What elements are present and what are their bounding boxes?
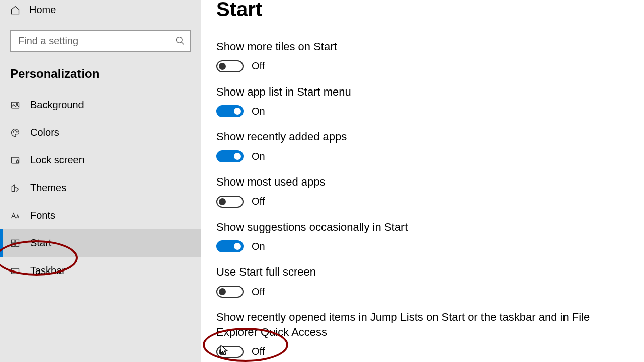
setting-suggestions: Show suggestions occasionally in Start O…: [216, 220, 644, 253]
setting-label: Show recently added apps: [216, 129, 619, 144]
toggle-more-tiles[interactable]: [216, 60, 244, 72]
nav-label: Taskbar: [30, 265, 65, 277]
nav-label: Colors: [30, 127, 59, 138]
fonts-icon: [10, 211, 20, 221]
setting-label: Show more tiles on Start: [216, 39, 619, 54]
toggle-state: Off: [252, 60, 265, 72]
content-panel: Start Show more tiles on Start Off Show …: [201, 0, 644, 362]
setting-label: Use Start full screen: [216, 264, 619, 280]
svg-point-5: [15, 130, 16, 131]
nav-item-start[interactable]: Start: [0, 229, 201, 257]
svg-point-6: [17, 131, 18, 132]
page-title: Start: [216, 0, 644, 19]
nav-label: Themes: [30, 182, 66, 194]
svg-rect-9: [12, 240, 15, 243]
picture-icon: [10, 100, 20, 110]
toggle-recent-apps[interactable]: [216, 150, 244, 162]
toggle-suggestions[interactable]: [216, 240, 244, 252]
svg-rect-8: [17, 160, 19, 162]
home-icon: [10, 5, 20, 15]
toggle-state: Off: [252, 196, 265, 207]
setting-fullscreen: Use Start full screen Off: [216, 264, 644, 298]
toggle-jumplists[interactable]: [216, 346, 244, 358]
setting-more-tiles: Show more tiles on Start Off: [216, 39, 644, 72]
toggle-state: Off: [252, 286, 265, 298]
setting-recent-apps: Show recently added apps On: [216, 129, 644, 162]
search-box[interactable]: [10, 30, 191, 52]
start-icon: [10, 238, 20, 248]
svg-point-3: [16, 103, 18, 105]
nav-label: Background: [30, 99, 84, 111]
nav-item-colors[interactable]: Colors: [0, 119, 201, 146]
sidebar: Home Personalization Background Colors: [0, 0, 201, 362]
toggle-most-used[interactable]: [216, 196, 244, 208]
nav-item-background[interactable]: Background: [0, 91, 201, 119]
nav-label: Fonts: [30, 210, 55, 221]
nav-item-taskbar[interactable]: Taskbar: [0, 257, 201, 285]
palette-icon: [10, 128, 20, 138]
svg-line-1: [182, 42, 184, 45]
nav-item-lockscreen[interactable]: Lock screen: [0, 146, 201, 174]
setting-jumplists: Show recently opened items in Jump Lists…: [216, 310, 644, 357]
svg-rect-12: [16, 243, 19, 246]
home-nav-item[interactable]: Home: [0, 0, 201, 20]
toggle-state: On: [252, 151, 265, 162]
nav-item-themes[interactable]: Themes: [0, 174, 201, 202]
svg-rect-11: [12, 243, 15, 246]
svg-point-0: [177, 37, 183, 43]
search-input[interactable]: [18, 35, 175, 47]
toggle-state: On: [252, 241, 265, 252]
setting-label: Show app list in Start menu: [216, 84, 619, 100]
search-container: [0, 20, 201, 62]
setting-label: Show recently opened items in Jump Lists…: [216, 310, 619, 339]
taskbar-icon: [10, 266, 20, 276]
nav-label: Lock screen: [30, 154, 85, 166]
toggle-fullscreen[interactable]: [216, 286, 244, 298]
toggle-app-list[interactable]: [216, 105, 244, 117]
toggle-state: Off: [252, 346, 265, 357]
svg-rect-2: [12, 102, 19, 108]
svg-rect-10: [16, 240, 19, 243]
lockscreen-icon: [10, 155, 20, 165]
search-icon: [175, 36, 185, 46]
setting-app-list: Show app list in Start menu On: [216, 84, 644, 118]
setting-most-used: Show most used apps Off: [216, 174, 644, 208]
home-label: Home: [29, 4, 56, 16]
toggle-state: On: [252, 106, 265, 117]
section-title: Personalization: [0, 62, 201, 91]
nav-label: Start: [30, 237, 51, 249]
svg-point-4: [13, 131, 14, 132]
setting-label: Show most used apps: [216, 174, 619, 190]
svg-rect-13: [12, 268, 19, 274]
themes-icon: [10, 183, 20, 193]
nav-item-fonts[interactable]: Fonts: [0, 202, 201, 229]
nav-list: Background Colors Lock screen Themes Fon…: [0, 91, 201, 285]
setting-label: Show suggestions occasionally in Start: [216, 220, 619, 235]
